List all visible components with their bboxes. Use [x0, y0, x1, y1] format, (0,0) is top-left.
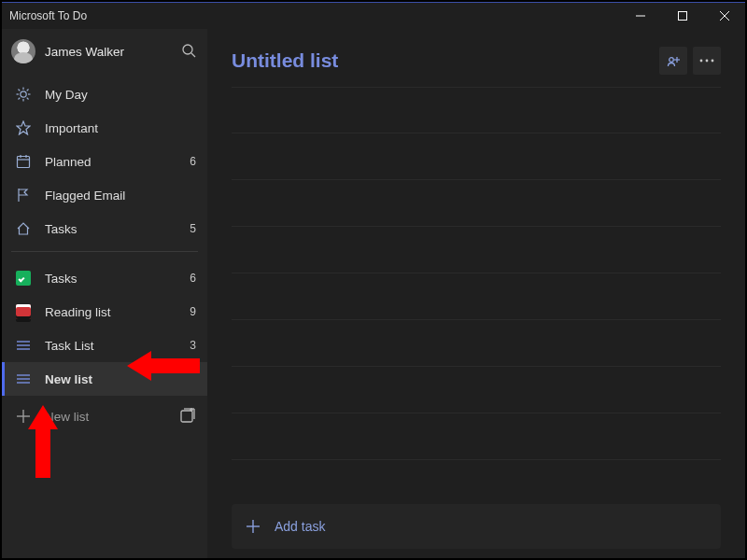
- tasks-area: [232, 87, 721, 504]
- main-header: Untitled list: [232, 42, 721, 79]
- app-window: Microsoft To Do James Walker: [2, 2, 745, 558]
- sidebar-item-reading-list[interactable]: Reading list 9: [2, 295, 207, 329]
- sidebar-item-flagged-email[interactable]: Flagged Email: [2, 178, 207, 212]
- list-title[interactable]: Untitled list: [232, 49, 654, 72]
- svg-rect-1: [678, 12, 686, 21]
- svg-point-38: [706, 60, 709, 63]
- close-button[interactable]: [703, 3, 745, 29]
- task-row-placeholder: [232, 87, 721, 133]
- sidebar-item-count: 5: [190, 222, 196, 235]
- list-square-icon: [15, 303, 32, 320]
- calendar-icon: [15, 153, 32, 170]
- svg-point-37: [700, 60, 703, 63]
- task-row-placeholder: [232, 273, 721, 320]
- minimize-button[interactable]: [619, 3, 661, 29]
- svg-line-12: [27, 98, 29, 100]
- sidebar-item-task-list[interactable]: Task List 3: [2, 329, 207, 362]
- task-row-placeholder: [232, 320, 721, 367]
- sidebar-item-count: 3: [190, 339, 196, 352]
- search-icon[interactable]: [181, 43, 198, 60]
- more-options-button[interactable]: [693, 47, 721, 75]
- new-group-icon[interactable]: [179, 407, 198, 426]
- sidebar-item-count: 6: [190, 155, 196, 168]
- svg-marker-15: [17, 121, 30, 134]
- plus-icon[interactable]: [15, 408, 32, 425]
- sidebar-item-user-tasks[interactable]: Tasks 6: [2, 261, 207, 295]
- profile-name: James Walker: [45, 45, 181, 59]
- svg-point-39: [712, 60, 714, 63]
- sidebar-new-list-row: New list: [2, 399, 207, 433]
- avatar: [11, 39, 35, 63]
- add-task-bar[interactable]: Add task: [232, 504, 721, 549]
- new-list-label[interactable]: New list: [45, 410, 179, 424]
- list-lines-icon: [15, 371, 32, 387]
- titlebar: Microsoft To Do: [2, 3, 745, 29]
- sidebar-item-label: Tasks: [45, 222, 190, 236]
- add-task-label: Add task: [275, 519, 325, 534]
- sidebar-item-label: Task List: [45, 339, 190, 353]
- profile-row[interactable]: James Walker: [2, 29, 207, 74]
- sidebar-item-label: New list: [45, 372, 196, 386]
- svg-point-34: [669, 58, 674, 63]
- sidebar-item-label: My Day: [45, 88, 196, 102]
- user-lists: Tasks 6 Reading list 9 Task List 3: [2, 258, 207, 396]
- list-lines-icon: [15, 337, 32, 354]
- sidebar-item-count: 9: [190, 305, 196, 318]
- app-body: James Walker: [2, 29, 745, 558]
- sidebar-item-count: 6: [190, 272, 196, 285]
- sidebar-item-label: Important: [45, 121, 196, 135]
- sidebar-item-tasks[interactable]: Tasks 5: [2, 212, 207, 245]
- task-row-placeholder: [232, 180, 721, 227]
- plus-icon: [245, 518, 261, 535]
- sidebar-item-label: Tasks: [45, 272, 190, 286]
- task-row-placeholder: [232, 367, 721, 413]
- sidebar-item-label: Flagged Email: [45, 189, 196, 203]
- svg-line-13: [27, 90, 29, 91]
- sidebar-item-my-day[interactable]: My Day: [2, 77, 207, 111]
- task-row-placeholder: [232, 227, 721, 273]
- app-title: Microsoft To Do: [9, 9, 87, 22]
- svg-line-11: [19, 90, 21, 91]
- svg-rect-16: [18, 157, 30, 168]
- task-row-placeholder: [232, 133, 721, 180]
- sidebar-item-label: Planned: [45, 155, 190, 169]
- sidebar-item-important[interactable]: Important: [2, 111, 207, 145]
- sidebar-item-label: Reading list: [45, 305, 190, 319]
- home-icon: [15, 220, 32, 237]
- smart-lists: My Day Important: [2, 74, 207, 245]
- svg-point-6: [21, 91, 26, 97]
- sidebar-divider: [11, 251, 198, 252]
- sun-icon: [15, 86, 32, 103]
- list-square-icon: [15, 270, 32, 287]
- svg-rect-29: [181, 411, 192, 422]
- window-controls: [619, 3, 745, 29]
- sidebar-item-new-list[interactable]: New list: [2, 362, 207, 396]
- sidebar-item-planned[interactable]: Planned 6: [2, 145, 207, 178]
- maximize-button[interactable]: [661, 3, 703, 29]
- svg-point-4: [183, 45, 192, 54]
- main-panel: Untitled list: [207, 29, 745, 558]
- svg-line-5: [191, 53, 195, 57]
- svg-line-14: [19, 98, 21, 100]
- task-row-placeholder: [232, 413, 721, 460]
- sidebar: James Walker: [2, 29, 207, 558]
- flag-icon: [15, 187, 32, 203]
- star-icon: [15, 119, 32, 136]
- share-button[interactable]: [659, 47, 687, 75]
